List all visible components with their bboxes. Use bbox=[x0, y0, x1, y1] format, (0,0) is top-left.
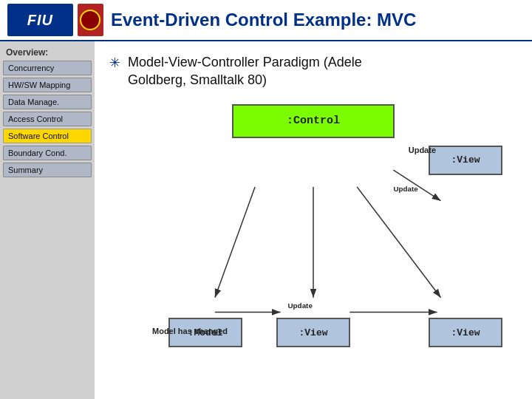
sidebar-item-hwsw[interactable]: HW/SW Mapping bbox=[3, 78, 92, 92]
university-emblem bbox=[78, 4, 103, 36]
sidebar-item-summary[interactable]: Summary bbox=[3, 163, 92, 177]
svg-line-5 bbox=[215, 186, 255, 297]
update-label-top: Update bbox=[409, 146, 436, 154]
sidebar-section-overview: Overview: bbox=[3, 47, 92, 58]
mvc-diagram: Update Update :Control :View bbox=[109, 104, 517, 392]
svg-text:Update: Update bbox=[393, 184, 418, 192]
fiu-logo: FIU bbox=[7, 4, 73, 36]
control-box: :Control bbox=[232, 104, 395, 138]
view-box-center: :View bbox=[276, 318, 350, 347]
view-box-right: :View bbox=[429, 146, 502, 175]
sidebar-item-access-control[interactable]: Access Control bbox=[3, 112, 92, 126]
svg-line-6 bbox=[357, 186, 440, 297]
bullet-text: Model-View-Controller Paradigm (Adele Go… bbox=[128, 53, 362, 89]
model-changed-label: Model has changed bbox=[152, 327, 228, 335]
view-box-right2: :View bbox=[429, 318, 502, 347]
sidebar-item-boundary-cond[interactable]: Boundary Cond. bbox=[3, 146, 92, 160]
svg-text:Update: Update bbox=[288, 301, 313, 309]
sidebar-item-software-control[interactable]: Software Control bbox=[3, 129, 92, 143]
main-layout: Overview: Concurrency HW/SW Mapping Data… bbox=[0, 41, 532, 399]
bullet-section: ✳ Model-View-Controller Paradigm (Adele … bbox=[109, 53, 517, 89]
header: FIU Event-Driven Control Example: MVC bbox=[0, 0, 532, 41]
logo-area: FIU bbox=[7, 4, 103, 36]
sidebar: Overview: Concurrency HW/SW Mapping Data… bbox=[0, 41, 95, 399]
sidebar-item-concurrency[interactable]: Concurrency bbox=[3, 61, 92, 75]
bullet-icon: ✳ bbox=[109, 55, 120, 71]
emblem-inner bbox=[80, 10, 100, 30]
content-area: ✳ Model-View-Controller Paradigm (Adele … bbox=[95, 41, 532, 399]
page-title: Event-Driven Control Example: MVC bbox=[111, 10, 416, 30]
sidebar-item-data-manage[interactable]: Data Manage. bbox=[3, 95, 92, 109]
